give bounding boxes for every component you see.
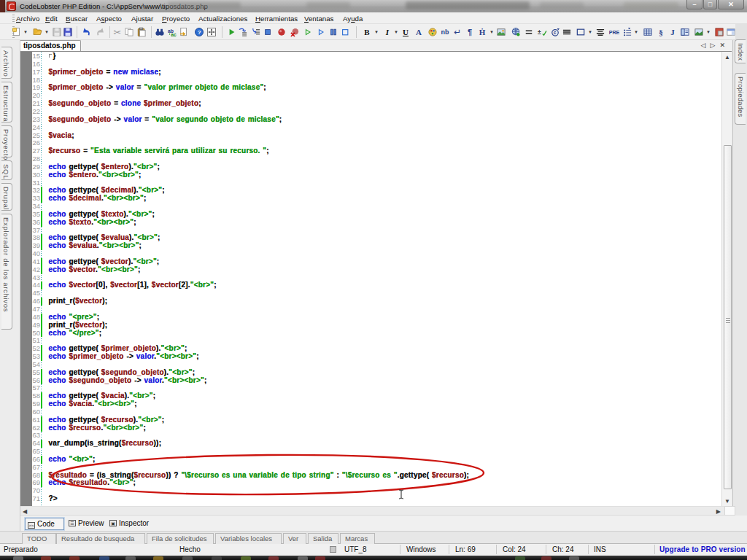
svg-text:?: ? xyxy=(198,29,201,36)
svg-text:±: ± xyxy=(538,28,541,36)
svg-text:ac: ac xyxy=(171,32,177,37)
svg-text:c: c xyxy=(554,30,557,35)
